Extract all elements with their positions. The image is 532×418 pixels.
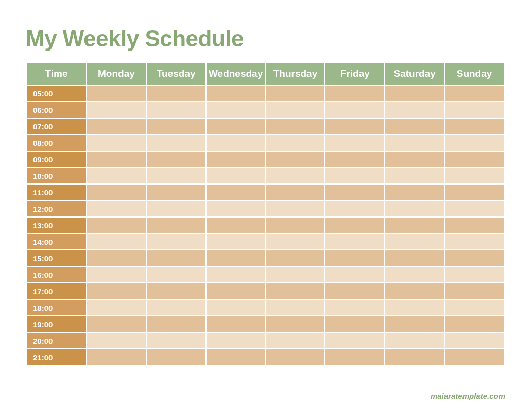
schedule-cell[interactable] <box>266 283 325 299</box>
schedule-cell[interactable] <box>147 152 205 167</box>
schedule-cell[interactable] <box>207 300 265 315</box>
schedule-cell[interactable] <box>445 300 504 315</box>
schedule-cell[interactable] <box>385 218 444 233</box>
schedule-cell[interactable] <box>325 201 384 216</box>
schedule-cell[interactable] <box>147 234 205 249</box>
schedule-cell[interactable] <box>147 267 205 282</box>
schedule-cell[interactable] <box>385 119 444 134</box>
schedule-cell[interactable] <box>147 283 205 299</box>
schedule-cell[interactable] <box>266 333 325 348</box>
schedule-cell[interactable] <box>207 185 265 200</box>
schedule-cell[interactable] <box>385 185 444 200</box>
schedule-cell[interactable] <box>207 316 265 332</box>
schedule-cell[interactable] <box>385 333 444 348</box>
schedule-cell[interactable] <box>266 102 325 118</box>
schedule-cell[interactable] <box>207 234 265 249</box>
schedule-cell[interactable] <box>445 234 504 249</box>
schedule-cell[interactable] <box>147 135 205 151</box>
schedule-cell[interactable] <box>87 218 146 233</box>
schedule-cell[interactable] <box>147 218 205 233</box>
schedule-cell[interactable] <box>266 86 325 101</box>
schedule-cell[interactable] <box>266 201 325 216</box>
schedule-cell[interactable] <box>207 250 265 266</box>
schedule-cell[interactable] <box>325 250 384 266</box>
schedule-cell[interactable] <box>266 119 325 134</box>
schedule-cell[interactable] <box>207 168 265 183</box>
schedule-cell[interactable] <box>445 218 504 233</box>
schedule-cell[interactable] <box>87 102 146 118</box>
schedule-cell[interactable] <box>445 152 504 167</box>
schedule-cell[interactable] <box>445 283 504 299</box>
schedule-cell[interactable] <box>147 316 205 332</box>
schedule-cell[interactable] <box>325 135 384 151</box>
schedule-cell[interactable] <box>87 234 146 249</box>
schedule-cell[interactable] <box>445 349 504 365</box>
schedule-cell[interactable] <box>87 201 146 216</box>
schedule-cell[interactable] <box>385 234 444 249</box>
schedule-cell[interactable] <box>385 168 444 183</box>
schedule-cell[interactable] <box>207 135 265 151</box>
schedule-cell[interactable] <box>87 316 146 332</box>
schedule-cell[interactable] <box>325 300 384 315</box>
schedule-cell[interactable] <box>147 102 205 118</box>
schedule-cell[interactable] <box>147 119 205 134</box>
schedule-cell[interactable] <box>266 234 325 249</box>
schedule-cell[interactable] <box>147 168 205 183</box>
schedule-cell[interactable] <box>325 168 384 183</box>
schedule-cell[interactable] <box>87 119 146 134</box>
schedule-cell[interactable] <box>207 152 265 167</box>
schedule-cell[interactable] <box>266 218 325 233</box>
schedule-cell[interactable] <box>266 168 325 183</box>
schedule-cell[interactable] <box>147 333 205 348</box>
schedule-cell[interactable] <box>385 267 444 282</box>
schedule-cell[interactable] <box>445 135 504 151</box>
schedule-cell[interactable] <box>266 185 325 200</box>
schedule-cell[interactable] <box>266 316 325 332</box>
schedule-cell[interactable] <box>87 152 146 167</box>
schedule-cell[interactable] <box>266 267 325 282</box>
schedule-cell[interactable] <box>325 86 384 101</box>
schedule-cell[interactable] <box>325 234 384 249</box>
schedule-cell[interactable] <box>385 283 444 299</box>
schedule-cell[interactable] <box>385 250 444 266</box>
schedule-cell[interactable] <box>87 86 146 101</box>
schedule-cell[interactable] <box>207 86 265 101</box>
schedule-cell[interactable] <box>147 201 205 216</box>
schedule-cell[interactable] <box>207 267 265 282</box>
schedule-cell[interactable] <box>385 135 444 151</box>
schedule-cell[interactable] <box>445 316 504 332</box>
schedule-cell[interactable] <box>147 300 205 315</box>
schedule-cell[interactable] <box>147 349 205 365</box>
schedule-cell[interactable] <box>325 316 384 332</box>
schedule-cell[interactable] <box>325 185 384 200</box>
schedule-cell[interactable] <box>445 201 504 216</box>
schedule-cell[interactable] <box>87 283 146 299</box>
schedule-cell[interactable] <box>445 333 504 348</box>
schedule-cell[interactable] <box>87 168 146 183</box>
schedule-cell[interactable] <box>325 283 384 299</box>
schedule-cell[interactable] <box>445 267 504 282</box>
schedule-cell[interactable] <box>325 267 384 282</box>
schedule-cell[interactable] <box>325 333 384 348</box>
schedule-cell[interactable] <box>266 250 325 266</box>
schedule-cell[interactable] <box>147 185 205 200</box>
schedule-cell[interactable] <box>325 349 384 365</box>
schedule-cell[interactable] <box>207 349 265 365</box>
schedule-cell[interactable] <box>266 135 325 151</box>
schedule-cell[interactable] <box>207 201 265 216</box>
schedule-cell[interactable] <box>385 152 444 167</box>
schedule-cell[interactable] <box>266 152 325 167</box>
schedule-cell[interactable] <box>385 300 444 315</box>
schedule-cell[interactable] <box>445 185 504 200</box>
schedule-cell[interactable] <box>445 102 504 118</box>
schedule-cell[interactable] <box>266 349 325 365</box>
schedule-cell[interactable] <box>207 102 265 118</box>
schedule-cell[interactable] <box>87 333 146 348</box>
schedule-cell[interactable] <box>207 333 265 348</box>
schedule-cell[interactable] <box>385 102 444 118</box>
schedule-cell[interactable] <box>445 86 504 101</box>
schedule-cell[interactable] <box>147 86 205 101</box>
schedule-cell[interactable] <box>385 349 444 365</box>
schedule-cell[interactable] <box>266 300 325 315</box>
schedule-cell[interactable] <box>385 316 444 332</box>
